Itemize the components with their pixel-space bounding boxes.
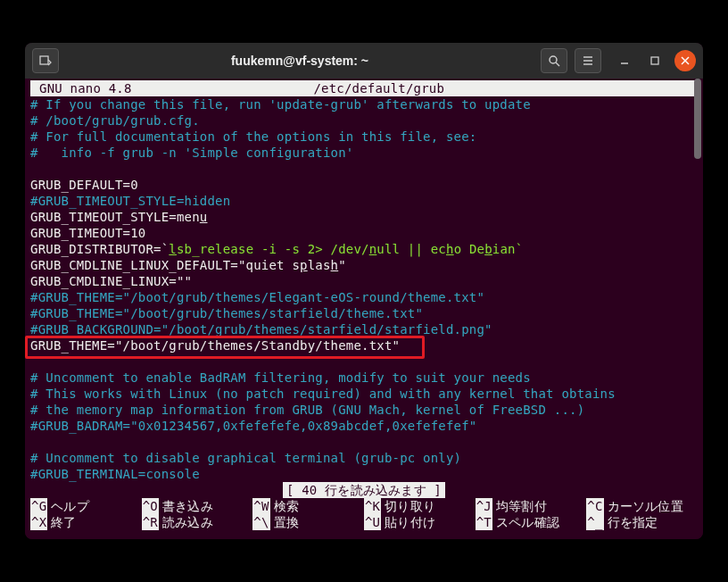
new-tab-button[interactable] <box>32 48 59 73</box>
nano-app-name: GNU nano 4.8 <box>30 80 132 96</box>
window-controls <box>614 50 696 71</box>
code-line: #GRUB_BADRAM="0x01234567,0xfefefefe,0x89… <box>30 418 698 434</box>
hamburger-icon <box>581 54 595 68</box>
close-button[interactable] <box>674 50 696 71</box>
shortcut-replace: ^\置換 <box>252 514 364 530</box>
window-title: fuukemn@vf-system: ~ <box>66 54 534 68</box>
shortcut-curpos: ^Cカーソル位置 <box>586 498 698 514</box>
shortcut-readfile: ^R読み込み <box>142 514 253 530</box>
shortcut-spell: ^Tスペル確認 <box>476 514 587 530</box>
shortcut-gotoline: ^_行を指定 <box>586 514 698 530</box>
nano-shortcuts-row2: ^X終了 ^R読み込み ^\置換 ^U貼り付け ^Tスペル確認 ^_行を指定 <box>30 514 698 530</box>
shortcut-justify: ^J均等割付 <box>476 498 587 514</box>
code-line: GRUB_TIMEOUT=10 <box>30 225 698 241</box>
code-line: #GRUB_THEME="/boot/grub/themes/Elegant-e… <box>30 289 698 305</box>
minimize-icon <box>620 56 629 65</box>
close-icon <box>681 56 690 65</box>
nano-filepath: /etc/default/grub <box>132 80 626 96</box>
code-line: GRUB_DEFAULT=0 <box>30 177 698 193</box>
shortcut-writeout: ^O書き込み <box>142 498 253 514</box>
code-line: # For full documentation of the options … <box>30 129 698 145</box>
code-line-highlighted: GRUB_THEME="/boot/grub/themes/Standby/th… <box>30 337 698 353</box>
shortcut-paste: ^U貼り付け <box>364 514 476 530</box>
menu-button[interactable] <box>575 48 601 73</box>
scrollbar[interactable] <box>694 79 701 539</box>
editor-content: GNU nano 4.8 /etc/default/grub # If you … <box>25 79 703 530</box>
search-button[interactable] <box>541 48 567 73</box>
code-line: # /boot/grub/grub.cfg. <box>30 112 698 129</box>
code-line: # Uncomment to disable graphical termina… <box>30 450 698 466</box>
shortcut-search: ^W検索 <box>252 498 364 514</box>
code-line: GRUB_TIMEOUT_STYLE=menu <box>30 209 698 225</box>
code-line: GRUB_CMDLINE_LINUX="" <box>30 273 698 289</box>
code-line: #GRUB_TERMINAL=console <box>30 466 698 482</box>
code-line <box>30 434 698 450</box>
terminal-window: fuukemn@vf-system: ~ GNU nano 4.8 / <box>25 43 703 539</box>
code-line: # the memory map information from GRUB (… <box>30 402 698 418</box>
nano-status: [ 40 行を読み込みます ] <box>30 482 698 498</box>
svg-point-1 <box>550 56 557 63</box>
code-line: #GRUB_THEME="/boot/grub/themes/starfield… <box>30 305 698 321</box>
code-line: GRUB_DISTRIBUTOR=`lsb_release -i -s 2> /… <box>30 241 698 257</box>
terminal-body[interactable]: GNU nano 4.8 /etc/default/grub # If you … <box>25 79 703 539</box>
code-line: # This works with Linux (no patch requir… <box>30 386 698 402</box>
shortcut-help: ^Gヘルプ <box>30 498 142 514</box>
shortcut-cut: ^K切り取り <box>364 498 476 514</box>
svg-line-2 <box>556 62 559 66</box>
minimize-button[interactable] <box>614 50 635 71</box>
nano-shortcuts-row1: ^Gヘルプ ^O書き込み ^W検索 ^K切り取り ^J均等割付 ^Cカーソル位置 <box>30 498 698 514</box>
titlebar: fuukemn@vf-system: ~ <box>25 43 703 79</box>
scrollbar-thumb[interactable] <box>694 79 701 159</box>
svg-rect-0 <box>40 56 48 64</box>
new-tab-icon <box>38 54 53 68</box>
maximize-button[interactable] <box>644 50 666 71</box>
code-line: #GRUB_BACKGROUND="/boot/grub/themes/star… <box>30 321 698 337</box>
code-line: # If you change this file, run 'update-g… <box>30 96 698 112</box>
search-icon <box>547 54 561 68</box>
code-line: # Uncomment to enable BadRAM filtering, … <box>30 370 698 386</box>
maximize-icon <box>650 56 659 65</box>
code-line: GRUB_CMDLINE_LINUX_DEFAULT="quiet splash… <box>30 257 698 273</box>
svg-rect-7 <box>651 57 658 64</box>
nano-header: GNU nano 4.8 /etc/default/grub <box>30 80 698 96</box>
code-line <box>30 353 698 370</box>
code-line <box>30 161 698 177</box>
code-line: # info -f grub -n 'Simple configuration' <box>30 145 698 161</box>
code-line: #GRUB_TIMEOUT_STYLE=hidden <box>30 193 698 209</box>
shortcut-exit: ^X終了 <box>30 514 142 530</box>
